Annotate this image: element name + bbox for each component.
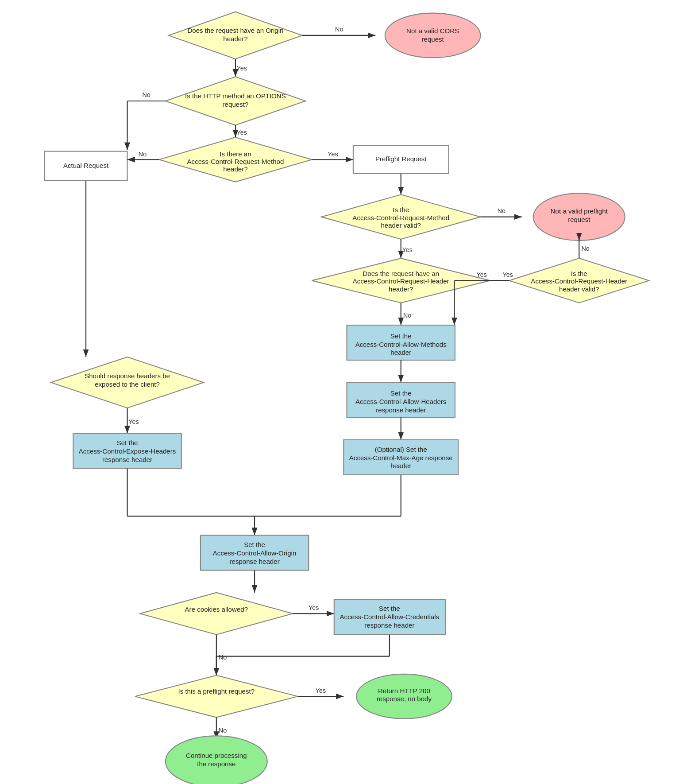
flowchart-container: Does the request have an Originheader? N… <box>0 0 679 784</box>
svg-text:Yes: Yes <box>316 687 326 694</box>
svg-text:No: No <box>139 151 147 158</box>
svg-text:Actual Request: Actual Request <box>63 162 109 169</box>
svg-text:Yes: Yes <box>503 271 513 278</box>
svg-text:Yes: Yes <box>328 151 338 158</box>
svg-text:Yes: Yes <box>237 65 247 72</box>
svg-text:Yes: Yes <box>402 246 412 253</box>
svg-text:No: No <box>403 312 411 319</box>
svg-text:Return HTTP 200response, no bo: Return HTTP 200response, no body <box>377 687 432 703</box>
svg-text:Preflight Request: Preflight Request <box>375 155 427 163</box>
diamond-cookies-allowed <box>140 593 293 635</box>
svg-text:No: No <box>581 245 589 252</box>
svg-text:Yes: Yes <box>309 604 319 611</box>
svg-text:No: No <box>335 26 343 33</box>
svg-text:No: No <box>219 727 227 734</box>
svg-text:No: No <box>142 91 150 98</box>
svg-text:Should response headers beexpo: Should response headers beexposed to the… <box>85 372 170 388</box>
svg-text:Yes: Yes <box>477 271 487 278</box>
svg-text:No: No <box>498 207 505 214</box>
svg-text:Is this a preflight request?: Is this a preflight request? <box>178 687 255 695</box>
svg-text:Are cookies allowed?: Are cookies allowed? <box>185 605 248 613</box>
svg-text:No: No <box>219 654 227 661</box>
diamond-is-preflight <box>135 675 298 718</box>
svg-text:Yes: Yes <box>237 129 247 136</box>
svg-text:Yes: Yes <box>128 418 139 425</box>
